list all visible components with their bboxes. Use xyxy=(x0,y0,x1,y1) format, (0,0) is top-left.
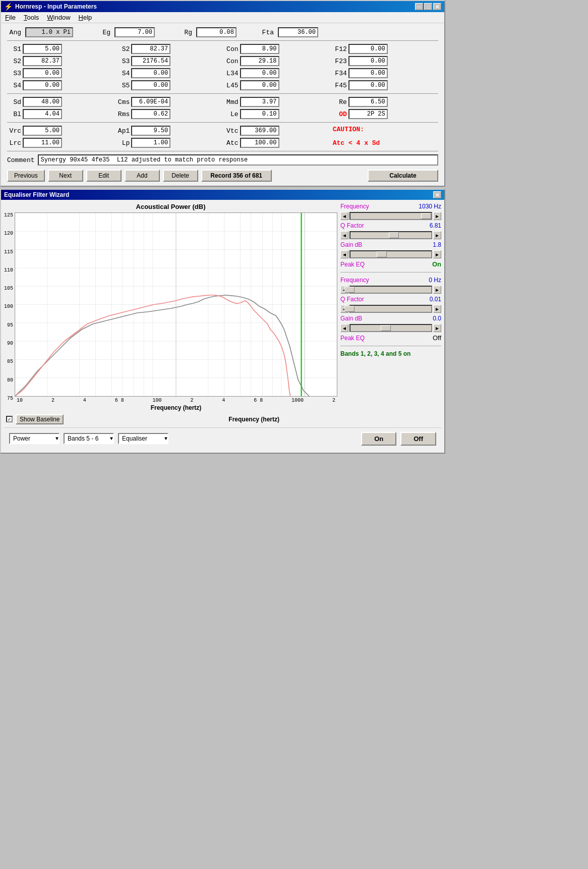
band1-q-slider[interactable]: ◄ ► xyxy=(340,231,441,239)
band1-q-thumb[interactable] xyxy=(389,232,399,238)
ang-input[interactable] xyxy=(25,27,73,37)
band1-freq-thumb[interactable] xyxy=(421,213,431,219)
f34-input[interactable] xyxy=(348,68,388,78)
l34-input[interactable] xyxy=(240,68,279,78)
f45-input[interactable] xyxy=(348,80,388,90)
band1-gain-slider[interactable]: ◄ ► xyxy=(340,250,441,258)
band1-q-right-arrow[interactable]: ► xyxy=(433,231,441,239)
s3-input[interactable] xyxy=(23,68,62,78)
show-baseline-button[interactable]: Show Baseline xyxy=(16,414,64,424)
atc-input[interactable] xyxy=(240,138,279,148)
band2-gain-slider[interactable]: ◄ ► xyxy=(340,324,441,332)
band1-gain-thumb[interactable] xyxy=(377,251,387,257)
power-select[interactable]: Power SPL Impedance xyxy=(9,433,60,444)
vrc-input[interactable] xyxy=(23,126,62,136)
con1-input[interactable] xyxy=(240,44,279,54)
edit-button[interactable]: Edit xyxy=(86,170,122,182)
mmd-input[interactable] xyxy=(240,97,279,107)
band2-gain-track[interactable] xyxy=(349,324,432,332)
comment-input[interactable] xyxy=(38,154,438,166)
f23-input[interactable] xyxy=(348,56,388,66)
on-button[interactable]: On xyxy=(361,432,396,446)
con2-input[interactable] xyxy=(240,56,279,66)
band1-q-left-arrow[interactable]: ◄ xyxy=(340,231,348,239)
band1-freq-right-arrow[interactable]: ► xyxy=(433,212,441,220)
eq-close-button[interactable]: ✕ xyxy=(433,191,441,198)
od-input[interactable] xyxy=(348,109,388,119)
add-button[interactable]: Add xyxy=(125,170,160,182)
s4a-input[interactable] xyxy=(131,68,170,78)
band1-q-label: Q Factor xyxy=(340,222,364,229)
bands-select[interactable]: Bands 1 - 2 Bands 3 - 4 Bands 5 - 6 xyxy=(64,433,114,444)
eg-input[interactable] xyxy=(114,27,155,37)
re-input[interactable] xyxy=(348,97,388,107)
band2-gain-right-arrow[interactable]: ► xyxy=(433,324,441,332)
re-group: Re xyxy=(333,97,438,107)
band2-q-track[interactable] xyxy=(349,305,432,313)
band1-peq-row: Peak EQ On xyxy=(340,260,441,268)
rg-input[interactable] xyxy=(196,27,237,37)
l45-group: L45 xyxy=(224,80,330,90)
vtc-input[interactable] xyxy=(240,126,279,136)
band2-freq-slider[interactable]: ◄ ► xyxy=(340,286,441,294)
s4-input[interactable] xyxy=(23,80,62,90)
record-indicator[interactable]: Record 356 of 681 xyxy=(201,170,272,182)
band2-freq-thumb[interactable] xyxy=(344,287,355,293)
bl-input[interactable] xyxy=(23,109,62,119)
band1-gain-right-arrow[interactable]: ► xyxy=(433,250,441,258)
menu-window[interactable]: Window xyxy=(45,13,72,22)
maximize-button[interactable]: □ xyxy=(424,3,432,10)
s1-input[interactable] xyxy=(23,44,62,54)
calculate-button[interactable]: Calculate xyxy=(368,170,438,182)
band2-freq-label: Frequency xyxy=(340,277,369,284)
menu-tools[interactable]: Tools xyxy=(22,13,41,22)
eg-label: Eg xyxy=(96,29,110,36)
band1-gain-track[interactable] xyxy=(349,250,432,258)
sd-input[interactable] xyxy=(23,97,62,107)
rms-input[interactable] xyxy=(131,109,170,119)
cms-input[interactable] xyxy=(131,97,170,107)
ap1-input[interactable] xyxy=(131,126,170,136)
band1-freq-track[interactable] xyxy=(349,212,432,220)
s5-input[interactable] xyxy=(131,80,170,90)
minimize-button[interactable]: ─ xyxy=(415,3,423,10)
band2-gain-thumb[interactable] xyxy=(381,325,391,331)
band2-gain-left-arrow[interactable]: ◄ xyxy=(340,324,348,332)
rms-label: Rms xyxy=(115,111,130,118)
menu-help[interactable]: Help xyxy=(77,13,94,22)
band1-freq-left-arrow[interactable]: ◄ xyxy=(340,212,348,220)
previous-button[interactable]: Previous xyxy=(7,170,45,182)
f12-input[interactable] xyxy=(348,44,388,54)
menu-file[interactable]: File xyxy=(3,13,18,22)
l45-input[interactable] xyxy=(240,80,279,90)
band1-gain-left-arrow[interactable]: ◄ xyxy=(340,250,348,258)
le-input[interactable] xyxy=(240,109,279,119)
off-button[interactable]: Off xyxy=(400,432,436,446)
band2-q-right-arrow[interactable]: ► xyxy=(433,305,441,313)
bl-label: Bl xyxy=(7,111,21,118)
eq-controls: Frequency 1030 Hz ◄ ► Q Factor 6.81 ◄ xyxy=(340,203,441,411)
sd-group: Sd xyxy=(7,97,112,107)
close-button[interactable]: ✕ xyxy=(433,3,441,10)
band2-q-slider[interactable]: ◄ ► xyxy=(340,305,441,313)
lrc-label: Lrc xyxy=(7,139,21,147)
s2a-input[interactable] xyxy=(131,44,170,54)
s2-input[interactable] xyxy=(23,56,62,66)
show-baseline-checkbox[interactable]: ✓ xyxy=(6,416,13,422)
lrc-input[interactable] xyxy=(23,138,62,148)
band2-q-thumb[interactable] xyxy=(344,306,355,312)
fta-input[interactable] xyxy=(278,27,318,37)
rms-group: Rms xyxy=(115,109,221,119)
s3-group: S3 xyxy=(7,68,112,78)
next-button[interactable]: Next xyxy=(48,170,83,182)
band1-freq-slider[interactable]: ◄ ► xyxy=(340,212,441,220)
s4a-label: S4 xyxy=(115,70,130,77)
band1-q-track[interactable] xyxy=(349,231,432,239)
s3a-input[interactable] xyxy=(131,56,170,66)
lp-input[interactable] xyxy=(131,138,170,148)
band2-freq-track[interactable] xyxy=(349,286,432,294)
eq-select[interactable]: Equaliser Crossover xyxy=(118,433,168,444)
cms-label: Cms xyxy=(115,98,130,106)
delete-button[interactable]: Delete xyxy=(163,170,198,182)
band2-freq-right-arrow[interactable]: ► xyxy=(433,286,441,294)
